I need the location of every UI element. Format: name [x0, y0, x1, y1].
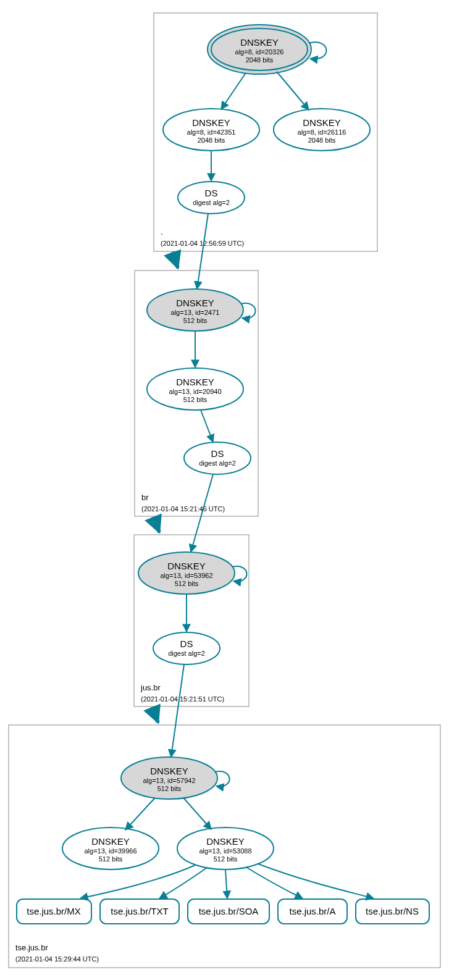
zone-root: . (2021-01-04 12:56:59 UTC) DNSKEY alg=8… — [154, 13, 377, 251]
rr-txt: tse.jus.br/TXT — [100, 899, 179, 924]
zone-root-ts: (2021-01-04 12:56:59 UTC) — [161, 240, 244, 247]
edge-brzsk-brds — [201, 410, 213, 442]
edge-zone-root-br — [172, 252, 178, 268]
svg-text:alg=13, id=39966: alg=13, id=39966 — [84, 847, 136, 855]
edge-rootksk-zsk1 — [221, 73, 246, 109]
zone-jusbr-ts: (2021-01-04 15:21:51 UTC) — [141, 695, 224, 703]
svg-text:alg=13, id=53962: alg=13, id=53962 — [160, 572, 212, 579]
node-jus-ksk: DNSKEY alg=13, id=53962 512 bits — [138, 552, 235, 594]
svg-text:DNSKEY: DNSKEY — [192, 117, 230, 128]
rr-mx: tse.jus.br/MX — [17, 899, 91, 924]
edge-zone-jus-tse — [152, 707, 158, 722]
svg-text:DS: DS — [211, 448, 224, 459]
svg-text:alg=13, id=53088: alg=13, id=53088 — [199, 847, 251, 855]
rr-ns: tse.jus.br/NS — [356, 899, 429, 924]
edge-tseksk-zsk1 — [125, 798, 155, 830]
svg-text:DNSKEY: DNSKEY — [176, 298, 214, 308]
svg-text:DNSKEY: DNSKEY — [303, 117, 341, 128]
zone-tse-ts: (2021-01-04 15:29:44 UTC) — [15, 955, 99, 963]
svg-text:tse.jus.br/A: tse.jus.br/A — [289, 906, 335, 916]
svg-text:512 bits: 512 bits — [99, 855, 123, 863]
rr-soa: tse.jus.br/SOA — [188, 899, 269, 924]
svg-text:tse.jus.br/NS: tse.jus.br/NS — [366, 906, 419, 916]
svg-text:DNSKEY: DNSKEY — [91, 836, 130, 847]
svg-text:DNSKEY: DNSKEY — [167, 561, 206, 571]
edge-zsk2-ns — [258, 864, 374, 898]
svg-text:digest alg=2: digest alg=2 — [199, 459, 236, 467]
zone-br: br (2021-01-04 15:21:46 UTC) DNSKEY alg=… — [135, 214, 258, 516]
dnssec-diagram: . (2021-01-04 12:56:59 UTC) DNSKEY alg=8… — [0, 0, 449, 980]
svg-text:DNSKEY: DNSKEY — [176, 377, 214, 387]
node-br-ksk: DNSKEY alg=13, id=2471 512 bits — [147, 289, 243, 331]
edge-zone-br-jus — [153, 517, 159, 532]
node-tse-zsk1: DNSKEY alg=13, id=39966 512 bits — [62, 827, 159, 869]
node-br-ds: DS digest alg=2 — [184, 442, 251, 474]
node-tse-ksk: DNSKEY alg=13, id=57942 512 bits — [121, 757, 217, 799]
zone-tse: tse.jus.br (2021-01-04 15:29:44 UTC) DNS… — [9, 664, 440, 968]
svg-text:2048 bits: 2048 bits — [308, 136, 336, 144]
edge-zsk2-mx — [80, 865, 195, 898]
svg-text:2048 bits: 2048 bits — [246, 56, 274, 64]
edge-brds-jusksk — [191, 474, 213, 552]
node-root-zsk1: DNSKEY alg=8, id=42351 2048 bits — [163, 109, 259, 151]
edge-zsk2-a — [246, 867, 303, 898]
edge-zsk2-txt — [159, 868, 207, 898]
node-br-zsk: DNSKEY alg=13, id=20940 512 bits — [147, 368, 243, 410]
svg-text:digest alg=2: digest alg=2 — [168, 650, 205, 657]
svg-text:DNSKEY: DNSKEY — [150, 766, 188, 776]
svg-text:DNSKEY: DNSKEY — [206, 836, 245, 847]
svg-text:alg=13, id=2471: alg=13, id=2471 — [171, 309, 220, 316]
zone-br-label: br — [141, 493, 149, 502]
svg-text:DNSKEY: DNSKEY — [240, 37, 279, 48]
svg-text:2048 bits: 2048 bits — [198, 136, 225, 144]
zone-tse-label: tse.jus.br — [15, 943, 48, 952]
zone-br-ts: (2021-01-04 15:21:46 UTC) — [141, 505, 225, 513]
svg-text:alg=8, id=42351: alg=8, id=42351 — [187, 128, 236, 136]
rr-a: tse.jus.br/A — [278, 899, 347, 924]
svg-text:digest alg=2: digest alg=2 — [193, 199, 230, 206]
edge-jusds-tseksk — [171, 664, 184, 757]
svg-text:alg=13, id=57942: alg=13, id=57942 — [143, 777, 195, 784]
zone-root-label: . — [161, 227, 163, 237]
svg-text:alg=8, id=20326: alg=8, id=20326 — [235, 48, 284, 56]
svg-text:DS: DS — [180, 639, 193, 649]
edge-tseksk-zsk2 — [183, 798, 211, 829]
zone-jusbr-label: jus.br — [140, 683, 161, 692]
svg-text:alg=13, id=20940: alg=13, id=20940 — [169, 388, 221, 395]
svg-text:512 bits: 512 bits — [157, 785, 182, 792]
node-root-zsk2: DNSKEY alg=8, id=26116 2048 bits — [274, 109, 370, 151]
edge-zsk2-soa — [225, 869, 227, 898]
svg-text:alg=8, id=26116: alg=8, id=26116 — [298, 128, 346, 136]
svg-text:512 bits: 512 bits — [175, 580, 199, 587]
svg-text:tse.jus.br/MX: tse.jus.br/MX — [27, 906, 81, 916]
svg-text:tse.jus.br/SOA: tse.jus.br/SOA — [199, 906, 259, 916]
node-root-ksk: DNSKEY alg=8, id=20326 2048 bits — [208, 25, 311, 74]
svg-text:512 bits: 512 bits — [183, 317, 208, 324]
svg-text:512 bits: 512 bits — [214, 855, 238, 863]
svg-text:tse.jus.br/TXT: tse.jus.br/TXT — [111, 906, 168, 916]
node-root-ds: DS digest alg=2 — [178, 182, 245, 214]
node-tse-zsk2: DNSKEY alg=13, id=53088 512 bits — [177, 827, 274, 869]
node-jus-ds: DS digest alg=2 — [153, 632, 220, 664]
svg-text:512 bits: 512 bits — [183, 396, 208, 403]
svg-text:DS: DS — [205, 188, 218, 198]
edge-rootksk-zsk2 — [277, 72, 309, 110]
